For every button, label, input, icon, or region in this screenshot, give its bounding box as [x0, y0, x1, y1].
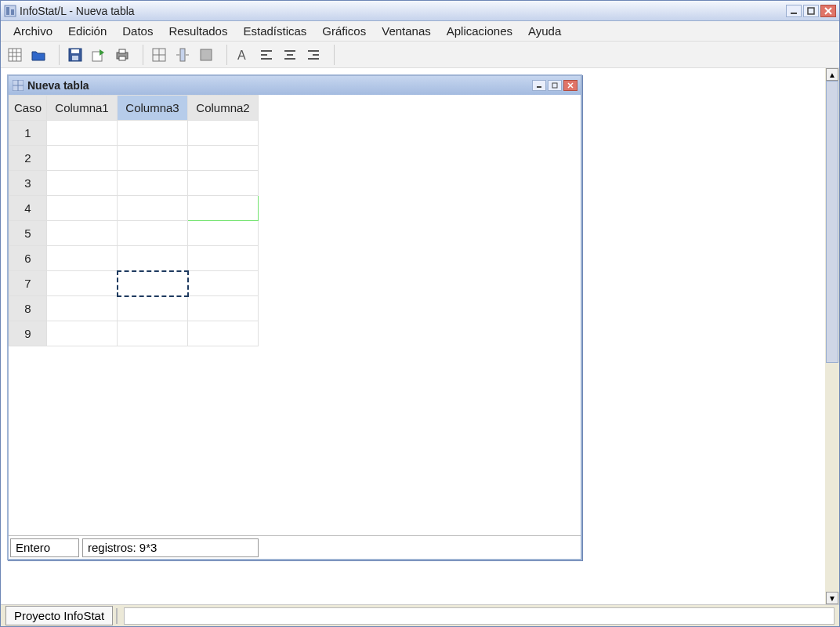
data-cell[interactable]	[118, 221, 188, 246]
child-close-button[interactable]	[563, 80, 578, 91]
data-cell[interactable]	[188, 321, 259, 346]
save-icon[interactable]	[66, 45, 85, 64]
data-cell[interactable]	[118, 271, 188, 296]
data-cell[interactable]	[47, 321, 118, 346]
menu-resultados[interactable]: Resultados	[161, 22, 235, 40]
menu-aplicaciones[interactable]: Aplicaciones	[439, 22, 520, 40]
data-cell[interactable]	[118, 321, 188, 346]
fill-icon[interactable]	[197, 45, 215, 64]
font-icon[interactable]: A	[234, 45, 252, 64]
row-header[interactable]: 1	[9, 121, 47, 146]
toolbar-separator	[143, 45, 143, 65]
menu-edicion[interactable]: Edición	[60, 22, 114, 40]
scroll-up-icon[interactable]: ▲	[826, 68, 838, 81]
scroll-track[interactable]	[826, 81, 838, 592]
data-cell[interactable]	[47, 246, 118, 271]
child-maximize-button[interactable]	[548, 80, 562, 91]
child-statusbar: Entero registros: 9*3	[9, 535, 581, 559]
titlebar: InfoStat/L - Nueva tabla	[1, 1, 839, 21]
print-icon[interactable]	[113, 45, 132, 64]
svg-rect-22	[180, 49, 185, 61]
main-statusbar: Proyecto InfoStat	[1, 604, 839, 626]
align-left-icon[interactable]	[257, 45, 276, 64]
data-cell[interactable]	[118, 171, 188, 196]
svg-rect-13	[71, 49, 79, 53]
maximize-button[interactable]	[803, 5, 819, 17]
data-grid[interactable]: CasoColumna1Columna3Columna2123456789	[9, 95, 581, 535]
data-cell[interactable]	[47, 146, 118, 171]
svg-rect-2	[11, 9, 14, 15]
column-header[interactable]: Columna3	[118, 96, 188, 121]
scroll-thumb[interactable]	[826, 81, 838, 363]
row-header[interactable]: 7	[9, 271, 47, 296]
align-center-icon[interactable]	[281, 45, 299, 64]
main-window: InfoStat/L - Nueva tabla Archivo Edición…	[0, 0, 840, 627]
column-header[interactable]: Columna1	[47, 96, 118, 121]
data-cell[interactable]	[188, 296, 259, 321]
statusbar-panel	[124, 607, 835, 625]
data-cell[interactable]	[188, 246, 259, 271]
menu-datos[interactable]: Datos	[114, 22, 161, 40]
project-tab[interactable]: Proyecto InfoStat	[5, 606, 113, 625]
menubar: Archivo Edición Datos Resultados Estadís…	[1, 21, 839, 42]
data-cell[interactable]	[188, 196, 259, 221]
table-row: 1	[9, 121, 259, 146]
data-cell[interactable]	[118, 196, 188, 221]
menu-ayuda[interactable]: Ayuda	[520, 22, 569, 40]
svg-rect-4	[808, 8, 814, 14]
export-icon[interactable]	[89, 45, 108, 64]
child-window: Nueva tabla CasoColumna1Columna3Columna2…	[7, 74, 582, 560]
row-header[interactable]: 9	[9, 321, 47, 346]
align-right-icon[interactable]	[304, 45, 323, 64]
table-icon	[12, 79, 24, 92]
menu-archivo[interactable]: Archivo	[5, 22, 60, 40]
table-row: 8	[9, 296, 259, 321]
new-table-icon[interactable]	[5, 45, 24, 64]
row-header[interactable]: 2	[9, 146, 47, 171]
statusbar-separator	[116, 608, 121, 624]
svg-rect-14	[72, 56, 78, 60]
row-header[interactable]: 6	[9, 246, 47, 271]
column-header[interactable]: Columna2	[188, 96, 259, 121]
menu-estadisticas[interactable]: Estadísticas	[235, 22, 314, 40]
data-cell[interactable]	[47, 221, 118, 246]
data-cell[interactable]	[47, 121, 118, 146]
data-cell[interactable]	[47, 196, 118, 221]
svg-rect-1	[6, 7, 9, 15]
close-button[interactable]	[820, 5, 836, 17]
insert-column-icon[interactable]	[173, 45, 192, 64]
row-header[interactable]: 4	[9, 196, 47, 221]
toolbar: A	[1, 42, 839, 68]
data-cell[interactable]	[47, 271, 118, 296]
data-cell[interactable]	[188, 171, 259, 196]
data-cell[interactable]	[118, 296, 188, 321]
table-icon[interactable]	[150, 45, 168, 64]
data-cell[interactable]	[118, 121, 188, 146]
window-title: InfoStat/L - Nueva tabla	[20, 5, 135, 17]
row-header[interactable]: 3	[9, 171, 47, 196]
menu-ventanas[interactable]: Ventanas	[374, 22, 439, 40]
menu-graficos[interactable]: Gráficos	[314, 22, 374, 40]
data-cell[interactable]	[47, 171, 118, 196]
data-cell[interactable]	[118, 246, 188, 271]
scroll-down-icon[interactable]: ▼	[826, 592, 838, 604]
data-cell[interactable]	[188, 121, 259, 146]
row-header[interactable]: 5	[9, 221, 47, 246]
data-cell[interactable]	[118, 146, 188, 171]
app-icon	[4, 5, 16, 17]
data-cell[interactable]	[188, 221, 259, 246]
data-cell[interactable]	[188, 146, 259, 171]
data-cell[interactable]	[47, 296, 118, 321]
corner-header[interactable]: Caso	[9, 96, 47, 121]
svg-rect-7	[9, 49, 21, 61]
table-row: 3	[9, 171, 259, 196]
vertical-scrollbar[interactable]: ▲ ▼	[825, 68, 839, 604]
child-window-title: Nueva tabla	[27, 79, 89, 92]
data-cell[interactable]	[188, 271, 259, 296]
workspace: Nueva tabla CasoColumna1Columna3Columna2…	[1, 68, 839, 604]
column-type-box: Entero	[10, 538, 79, 557]
minimize-button[interactable]	[786, 5, 802, 17]
open-folder-icon[interactable]	[29, 45, 48, 64]
child-minimize-button[interactable]	[532, 80, 546, 91]
row-header[interactable]: 8	[9, 296, 47, 321]
